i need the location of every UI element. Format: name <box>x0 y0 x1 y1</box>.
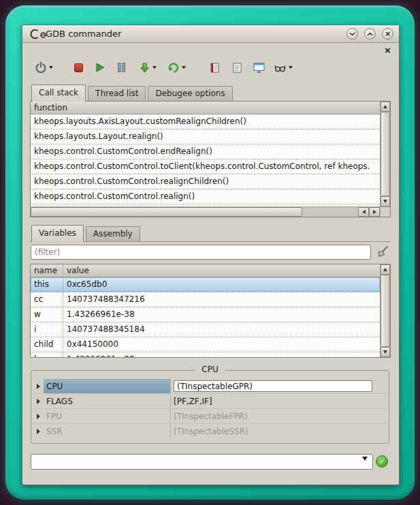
decorative-frame: GDB commander × × <box>5 5 415 500</box>
cpu-row[interactable]: FPU (TInspectableFPR) <box>33 409 387 424</box>
cpu-row[interactable]: SSR (TInspectableSSR) <box>33 424 387 439</box>
callstack-row[interactable]: kheops.control.CustomControl.realign() <box>31 189 380 204</box>
chevron-right-icon <box>37 429 40 434</box>
variable-value: 0x44150000 <box>63 337 122 352</box>
chevron-down-icon <box>349 32 355 36</box>
frame-label: kheops.control.CustomControl.toClient(kh… <box>31 159 373 174</box>
scroll-right-button[interactable] <box>369 207 380 217</box>
tab-thread-list[interactable]: Thread list <box>88 86 146 101</box>
listing-button[interactable] <box>230 61 244 75</box>
dock-close-button[interactable]: × <box>384 46 391 55</box>
callstack-row[interactable]: kheops.control.CustomControl.realignChil… <box>31 174 380 189</box>
variable-name: i <box>31 322 63 337</box>
variable-name: b <box>31 352 63 357</box>
power-button[interactable] <box>33 60 54 75</box>
chevron-right-icon <box>37 399 40 404</box>
scroll-track[interactable] <box>31 207 358 217</box>
tab-variables[interactable]: Variables <box>31 225 84 242</box>
column-header-name[interactable]: name <box>31 264 63 277</box>
arrow-down-icon <box>383 350 387 354</box>
expand-button[interactable] <box>33 414 44 419</box>
variable-value: 140737488347216 <box>63 292 148 307</box>
continue-icon <box>167 62 180 74</box>
scroll-thumb[interactable] <box>31 207 302 217</box>
variable-row[interactable]: child 0x44150000 <box>31 337 380 352</box>
callstack-row[interactable]: kheops.layouts.AxisLayout.customRealignC… <box>31 114 380 129</box>
variable-name: this <box>31 277 63 292</box>
chevron-down-icon <box>49 66 53 69</box>
listing-icon <box>231 62 243 74</box>
filter-input[interactable] <box>31 245 371 260</box>
pause-icon <box>116 62 127 73</box>
clear-filter-icon[interactable] <box>374 245 389 259</box>
display-button[interactable] <box>251 60 267 75</box>
expand-button[interactable] <box>33 399 44 404</box>
scroll-up-button[interactable] <box>381 102 390 112</box>
vertical-scrollbar[interactable] <box>380 102 390 206</box>
expand-button[interactable] <box>33 384 44 389</box>
callstack-row[interactable]: kheops.control.CustomControl.toClient(kh… <box>31 159 380 174</box>
log-icon <box>209 62 221 74</box>
register-value-field[interactable]: (TInspectableGPR) <box>174 380 372 392</box>
titlebar[interactable]: GDB commander × <box>22 25 399 43</box>
arrow-right-icon <box>373 210 376 214</box>
scroll-left-button[interactable] <box>358 207 369 217</box>
variable-value: 140737488345184 <box>63 322 148 337</box>
horizontal-scrollbar[interactable] <box>31 206 380 217</box>
tab-debugee-options[interactable]: Debugee options <box>148 86 232 101</box>
chevron-down-icon <box>362 461 368 470</box>
variable-name: cc <box>31 292 63 307</box>
variable-row[interactable]: this 0xc65db0 <box>31 277 380 292</box>
minimize-button[interactable] <box>346 28 358 40</box>
scroll-down-button[interactable] <box>381 347 390 357</box>
cpu-groupbox-title: CPU <box>195 365 225 374</box>
execute-command-button[interactable]: ✓ <box>376 455 388 468</box>
register-group-value: [PF,ZF,IF] <box>170 394 387 408</box>
register-group-name: CPU <box>44 379 170 393</box>
command-combobox[interactable] <box>31 454 373 470</box>
log-button[interactable] <box>208 61 222 75</box>
callstack-row[interactable]: kheops.layouts.Layout.realign() <box>31 129 380 144</box>
variable-row[interactable]: cc 140737488347216 <box>31 292 380 307</box>
step-into-button[interactable] <box>138 61 158 75</box>
register-group-value: (TInspectableGPR) <box>170 379 387 393</box>
scroll-down-button[interactable] <box>381 196 390 206</box>
variable-row[interactable]: i 140737488345184 <box>31 322 380 337</box>
chevron-down-icon <box>182 66 186 69</box>
register-group-value: (TInspectableFPR) <box>170 409 387 423</box>
vertical-scrollbar[interactable] <box>380 264 390 357</box>
callstack-row[interactable]: kheops.control.CustomControl.endRealign(… <box>31 144 380 159</box>
variable-row[interactable]: b 1.43266961e-38 <box>31 352 380 357</box>
maximize-button[interactable] <box>364 28 376 40</box>
arrow-up-icon <box>383 268 387 271</box>
tab-call-stack[interactable]: Call stack <box>31 85 86 102</box>
display-icon <box>253 61 265 74</box>
scroll-thumb[interactable] <box>381 112 390 196</box>
chevron-up-icon <box>367 32 373 36</box>
cpu-row[interactable]: CPU (TInspectableGPR) <box>33 379 387 394</box>
inspect-icon <box>274 62 287 74</box>
register-group-value: (TInspectableSSR) <box>170 424 387 439</box>
callstack-header: function <box>31 102 380 114</box>
variable-row[interactable]: w 1.43266961e-38 <box>31 307 380 322</box>
variable-value: 1.43266961e-38 <box>63 352 138 357</box>
stop-button[interactable] <box>72 61 85 74</box>
column-header-value[interactable]: value <box>63 264 93 277</box>
continue-button[interactable] <box>166 61 187 75</box>
run-button[interactable] <box>93 61 107 74</box>
scroll-up-button[interactable] <box>381 264 390 275</box>
frame-label: kheops.layouts.Layout.realign() <box>31 129 167 144</box>
step-into-icon <box>139 62 150 74</box>
close-button[interactable]: × <box>382 28 393 40</box>
inspect-button[interactable] <box>272 61 294 75</box>
column-header-function[interactable]: function <box>31 102 71 114</box>
chevron-right-icon <box>37 414 40 419</box>
cpu-row[interactable]: FLAGS [PF,ZF,IF] <box>33 394 387 409</box>
tab-assembly[interactable]: Assembly <box>86 226 140 241</box>
scroll-thumb[interactable] <box>381 275 390 347</box>
arrow-up-icon <box>383 105 387 108</box>
debug-toolbar <box>33 55 294 80</box>
expand-button[interactable] <box>33 429 44 434</box>
callstack-rows: kheops.layouts.AxisLayout.customRealignC… <box>31 114 380 206</box>
pause-button[interactable] <box>115 61 128 74</box>
